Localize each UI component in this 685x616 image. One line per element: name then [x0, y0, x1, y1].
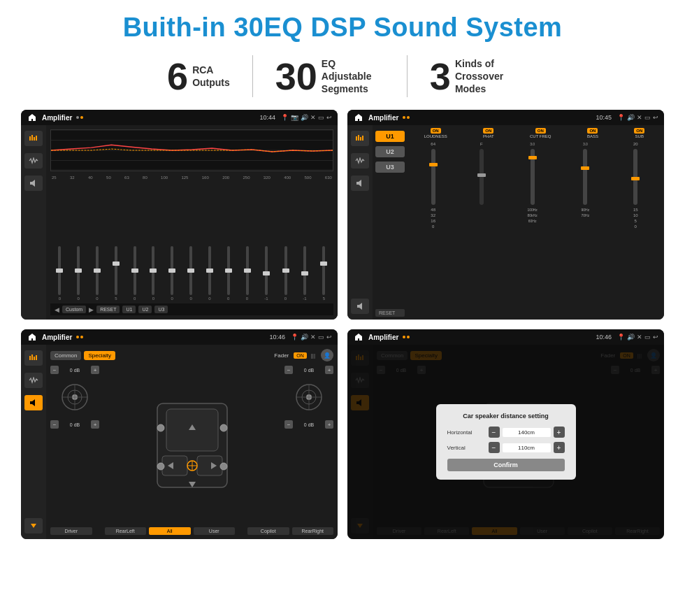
svg-marker-16	[359, 180, 361, 187]
vert-thumb-loudness[interactable]	[429, 163, 438, 166]
u2-btn[interactable]: U2	[138, 306, 152, 313]
crossover-reset-btn[interactable]: RESET	[375, 309, 405, 317]
reset-btn[interactable]: RESET	[96, 306, 120, 313]
vert-thumb-bass[interactable]	[581, 166, 589, 170]
dialog-h-minus[interactable]: −	[489, 427, 500, 438]
vert-track-loudness[interactable]	[431, 149, 435, 205]
db-minus-1[interactable]: −	[50, 366, 59, 374]
vert-track-phat[interactable]	[480, 149, 484, 205]
sb3-spk[interactable]	[24, 395, 43, 410]
db-row-3: − 0 dB +	[284, 366, 333, 374]
thumb-6[interactable]	[168, 268, 175, 273]
sidebar-speaker-btn[interactable]	[24, 176, 43, 191]
col-loudness: ON LOUDNESS	[424, 128, 447, 138]
status-app-2: Amplifier	[368, 114, 398, 122]
sidebar-wave-btn-2[interactable]	[351, 153, 369, 169]
thumb-11[interactable]	[263, 271, 270, 275]
dialog-h-plus[interactable]: +	[554, 427, 565, 438]
dialog-v-minus[interactable]: −	[489, 442, 500, 453]
track-1[interactable]	[77, 246, 80, 295]
vert-track-cutfreq[interactable]	[531, 149, 535, 205]
u3-btn[interactable]: U3	[154, 306, 168, 313]
tab-common[interactable]: Common	[50, 351, 81, 360]
vert-thumb-sub[interactable]	[631, 177, 640, 180]
track-13[interactable]	[303, 246, 306, 295]
all-btn[interactable]: All	[149, 527, 191, 535]
thumb-8[interactable]	[206, 268, 213, 273]
vert-thumb-phat[interactable]	[477, 173, 486, 177]
thumb-9[interactable]	[225, 268, 232, 273]
slider-bass: 3.0 90Hz 70Hz	[582, 142, 590, 217]
vert-track-bass[interactable]	[583, 149, 587, 205]
sidebar-vol-btn-2[interactable]	[351, 299, 369, 314]
thumb-5[interactable]	[150, 268, 157, 273]
tab-specialty[interactable]: Specialty	[84, 351, 115, 360]
sb3-wave[interactable]	[24, 373, 43, 388]
track-12[interactable]	[284, 246, 287, 295]
thumb-1[interactable]	[75, 268, 82, 273]
db-plus-1[interactable]: +	[91, 366, 99, 374]
thumb-0[interactable]	[56, 268, 63, 273]
copilot-btn[interactable]: Copilot	[247, 527, 289, 535]
track-6[interactable]	[171, 246, 173, 295]
db-plus-4[interactable]: +	[325, 420, 333, 429]
thumb-4[interactable]	[131, 268, 138, 273]
fader-tabs: Common Specialty Fader ON ||| 👤	[50, 349, 333, 361]
thumb-13[interactable]	[301, 271, 308, 275]
track-14[interactable]	[322, 246, 325, 295]
sidebar-wave-btn[interactable]	[24, 153, 43, 169]
u1-select-btn[interactable]: U1	[375, 131, 405, 142]
track-9[interactable]	[227, 246, 230, 295]
sb3-arr[interactable]	[24, 518, 43, 533]
db-plus-3[interactable]: +	[325, 366, 333, 374]
next-arrow[interactable]: ▶	[89, 306, 94, 313]
dot4a	[403, 336, 405, 338]
thumb-7[interactable]	[187, 268, 194, 273]
track-0[interactable]	[58, 246, 61, 295]
track-10[interactable]	[246, 246, 249, 295]
sidebar-eq-btn-2[interactable]	[351, 131, 369, 146]
track-4[interactable]	[134, 246, 136, 295]
track-7[interactable]	[189, 246, 192, 295]
u1-btn[interactable]: U1	[122, 306, 136, 313]
crossover-headers: ON LOUDNESS ON PHAT ON CUT FREQ ON	[408, 128, 661, 138]
track-11[interactable]	[265, 246, 268, 295]
rear-left-btn[interactable]: RearLeft	[105, 527, 147, 535]
confirm-button[interactable]: Confirm	[447, 459, 565, 471]
track-5[interactable]	[152, 246, 154, 295]
label-loudness: LOUDNESS	[424, 134, 447, 138]
db-minus-3[interactable]: −	[284, 366, 293, 374]
sidebar-eq-btn[interactable]	[24, 131, 43, 146]
driver-btn[interactable]: Driver	[50, 527, 92, 535]
thumb-14[interactable]	[320, 262, 327, 266]
track-8[interactable]	[208, 246, 211, 295]
db-minus-4[interactable]: −	[284, 420, 293, 429]
fader-on-toggle[interactable]: ON	[294, 352, 307, 359]
location-icon: 📍	[281, 114, 289, 121]
prev-arrow[interactable]: ◀	[55, 306, 59, 313]
sb3-eq[interactable]	[24, 350, 43, 366]
u2-select-btn[interactable]: U2	[375, 146, 405, 157]
custom-btn[interactable]: Custom	[62, 306, 86, 313]
db-minus-2[interactable]: −	[50, 420, 59, 429]
rear-right-btn[interactable]: RearRight	[292, 527, 334, 535]
on-badge-cutfreq: ON	[535, 128, 546, 134]
thumb-10[interactable]	[244, 268, 251, 273]
thumb-12[interactable]	[282, 268, 289, 273]
vert-track-sub[interactable]	[633, 149, 637, 205]
track-3[interactable]	[115, 246, 117, 295]
dialog-v-plus[interactable]: +	[554, 442, 565, 453]
db-plus-2[interactable]: +	[91, 420, 99, 429]
track-2[interactable]	[96, 246, 99, 295]
dialog-overlay: Car speaker distance setting Horizontal …	[347, 345, 664, 539]
u3-select-btn[interactable]: U3	[375, 162, 405, 173]
dot4b	[407, 336, 410, 338]
vert-thumb-cutfreq[interactable]	[528, 156, 537, 159]
thumb-3[interactable]	[113, 262, 120, 266]
sidebar-spk-btn-2[interactable]	[351, 176, 369, 191]
speaker-circle-area	[50, 380, 99, 415]
thumb-2[interactable]	[94, 268, 101, 273]
db-row-2: − 0 dB +	[50, 420, 99, 429]
user-btn[interactable]: User	[194, 527, 236, 535]
svg-rect-18	[29, 356, 31, 360]
